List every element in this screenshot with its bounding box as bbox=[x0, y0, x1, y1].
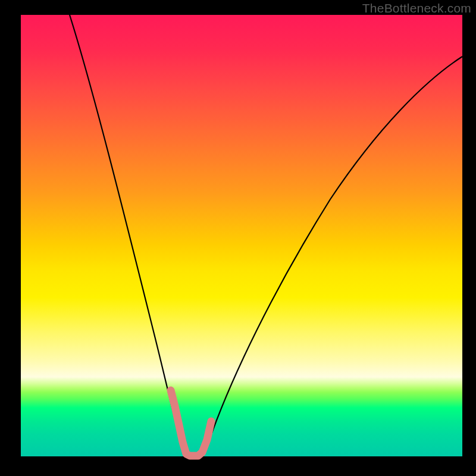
highlight-segment bbox=[171, 390, 211, 456]
plot-area bbox=[21, 15, 462, 456]
watermark-text: TheBottleneck.com bbox=[362, 1, 471, 15]
chart-frame: TheBottleneck.com bbox=[0, 0, 476, 476]
curve-layer bbox=[21, 15, 462, 456]
bottleneck-curve bbox=[70, 15, 462, 456]
